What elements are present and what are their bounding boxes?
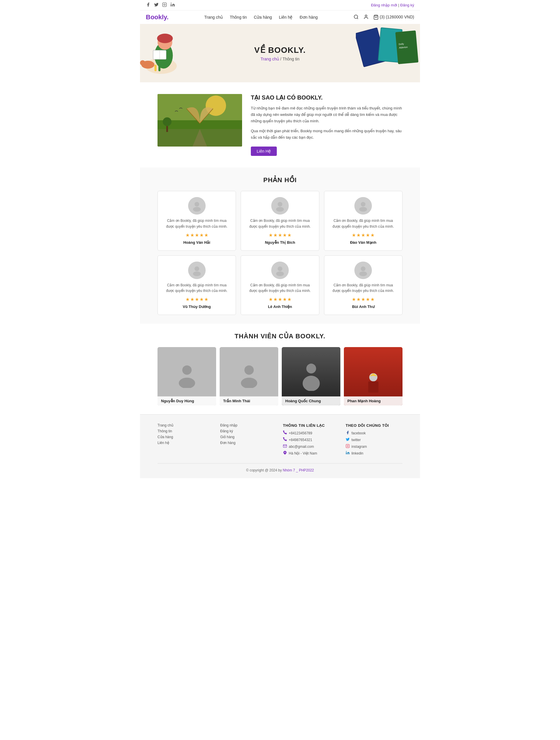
feedback-avatar: [188, 197, 206, 214]
star-half: ★: [204, 233, 208, 238]
star-full: ★: [273, 233, 277, 238]
member-card: Hoàng Quốc Chung: [282, 347, 340, 405]
search-icon[interactable]: [353, 14, 359, 20]
footer-link[interactable]: Giỏ hàng: [220, 435, 277, 439]
cart-button[interactable]: (3) (1260000 VND): [373, 15, 414, 20]
star-half: ★: [287, 233, 292, 238]
members-grid: Nguyễn Duy Hùng Trần Minh Thái Hoàng Quố…: [157, 347, 403, 405]
footer-link[interactable]: Thông tin: [157, 429, 214, 433]
linkedin-label: linkedin: [351, 451, 363, 455]
feedback-name: Vũ Thùy Dương: [163, 304, 230, 309]
star-full: ★: [352, 233, 356, 238]
member-card: Phan Mạnh Hoàng: [344, 347, 403, 405]
svg-rect-52: [346, 444, 349, 448]
feedback-avatar: [271, 262, 289, 279]
linkedin-icon: [346, 451, 350, 456]
feedback-card: Cảm ơn Bookly, đã giúp mình tìm mua được…: [324, 191, 403, 251]
breadcrumb-home[interactable]: Trang chủ: [260, 57, 279, 61]
footer-linkedin-item[interactable]: linkedin: [346, 451, 403, 456]
footer-facebook-item[interactable]: facebook: [346, 431, 403, 436]
member-card: Nguyễn Duy Hùng: [157, 347, 216, 405]
nav-shop[interactable]: Cửa hàng: [254, 15, 272, 19]
svg-point-44: [244, 365, 254, 375]
feedback-card: Cảm ơn Bookly, đã giúp mình tìm mua được…: [324, 256, 403, 315]
nav-orders[interactable]: Đơn hàng: [300, 15, 318, 19]
register-link[interactable]: Đăng ký: [400, 3, 414, 7]
about-section: TẠI SAO LẠI CÓ BOOKLY. Từ những bạn trẻ …: [140, 82, 420, 168]
footer-link[interactable]: Liên hệ: [157, 441, 214, 445]
star-full: ★: [273, 297, 277, 302]
star-full: ★: [356, 233, 360, 238]
header-actions: (3) (1260000 VND): [353, 14, 414, 20]
user-icon[interactable]: [363, 14, 369, 20]
footer-col-3: THÔNG TIN LIÊN LẠC +84123456789+84987654…: [283, 423, 340, 457]
copyright-text: © copyright @ 2024 by Nhóm 7 _ PHP2022: [246, 468, 314, 472]
svg-point-47: [303, 376, 320, 391]
member-card: Trần Minh Thái: [220, 347, 278, 405]
footer-col-1: Trang chủThông tinCửa hàngLiên hệ: [157, 423, 214, 457]
svg-point-3: [354, 15, 358, 18]
feedback-name: Đào Văn Mạnh: [330, 240, 397, 245]
about-image: [157, 94, 242, 147]
footer-link[interactable]: Trang chủ: [157, 423, 214, 427]
star-full: ★: [278, 233, 282, 238]
login-link[interactable]: Đăng nhập mới: [371, 3, 397, 7]
social-links: [146, 2, 175, 8]
svg-point-54: [346, 451, 346, 452]
contact-button[interactable]: Liên Hệ: [251, 147, 277, 156]
instagram-top-link[interactable]: [162, 2, 167, 8]
star-half: ★: [370, 297, 374, 302]
svg-point-2: [171, 3, 172, 3]
linkedin-top-link[interactable]: [170, 2, 175, 8]
footer-link[interactable]: Cửa hàng: [157, 435, 214, 439]
svg-rect-16: [158, 65, 160, 72]
facebook-top-link[interactable]: [146, 2, 150, 8]
svg-point-38: [278, 267, 282, 271]
svg-point-41: [359, 272, 367, 276]
svg-point-5: [365, 15, 367, 17]
footer-instagram-item[interactable]: instagram: [346, 444, 403, 449]
feedback-text: Cảm ơn Bookly, đã giúp mình tìm mua được…: [163, 283, 230, 294]
svg-rect-0: [162, 3, 166, 6]
svg-point-37: [193, 272, 201, 276]
instagram-icon: [346, 444, 350, 449]
nav-contact[interactable]: Liên hệ: [279, 15, 293, 19]
svg-text:Dolly: Dolly: [399, 42, 404, 46]
nav-about[interactable]: Thông tin: [230, 15, 247, 19]
svg-point-14: [140, 60, 145, 65]
svg-point-40: [361, 267, 365, 271]
star-full: ★: [200, 233, 204, 238]
star-full: ★: [190, 233, 194, 238]
feedback-name: Nguyễn Thị Bích: [247, 240, 313, 245]
hero-illustration-right: Dolly Alderton: [356, 24, 420, 77]
footer-twitter-item[interactable]: twitter: [346, 437, 403, 442]
team-link[interactable]: Nhóm 7 _ PHP2022: [283, 468, 314, 472]
svg-point-31: [193, 207, 201, 212]
footer-contact-item: abc@gmail.com: [283, 444, 340, 449]
twitter-top-link[interactable]: [154, 2, 159, 8]
footer-link[interactable]: Đơn hàng: [220, 441, 277, 445]
footer-bottom: © copyright @ 2024 by Nhóm 7 _ PHP2022: [157, 463, 403, 472]
svg-point-34: [361, 202, 365, 207]
cart-label: (3) (1260000 VND): [380, 15, 414, 19]
about-paragraph-1: Từ những bạn trẻ đam mê đọc những quyển …: [251, 105, 403, 124]
nav-home[interactable]: Trang chủ: [204, 15, 223, 19]
phone-icon: [283, 437, 287, 442]
main-header: Bookly. Trang chủ Thông tin Cửa hàng Liê…: [140, 10, 420, 24]
feedback-text: Cảm ơn Bookly, đã giúp mình tìm mua được…: [163, 218, 230, 229]
top-bar: Đăng nhập mới | Đăng ký: [140, 0, 420, 10]
svg-point-10: [157, 33, 173, 43]
site-logo[interactable]: Bookly.: [146, 13, 169, 21]
footer-link[interactable]: Đăng nhập: [220, 423, 277, 427]
footer-contact-title: THÔNG TIN LIÊN LẠC: [283, 423, 340, 428]
feedback-text: Cảm ơn Bookly, đã giúp mình tìm mua được…: [330, 283, 397, 294]
twitter-label: twitter: [351, 438, 361, 442]
footer-col-2: Đăng nhậpĐăng kýGiỏ hàngĐơn hàng: [220, 423, 277, 457]
footer-link[interactable]: Đăng ký: [220, 429, 277, 433]
footer-contact-item: +84987654321: [283, 437, 340, 442]
star-half: ★: [370, 233, 374, 238]
star-full: ★: [283, 297, 287, 302]
feedback-text: Cảm ơn Bookly, đã giúp mình tìm mua được…: [330, 218, 397, 229]
auth-links: Đăng nhập mới | Đăng ký: [371, 3, 414, 7]
breadcrumb: Trang chủ / Thông tin: [254, 57, 306, 61]
